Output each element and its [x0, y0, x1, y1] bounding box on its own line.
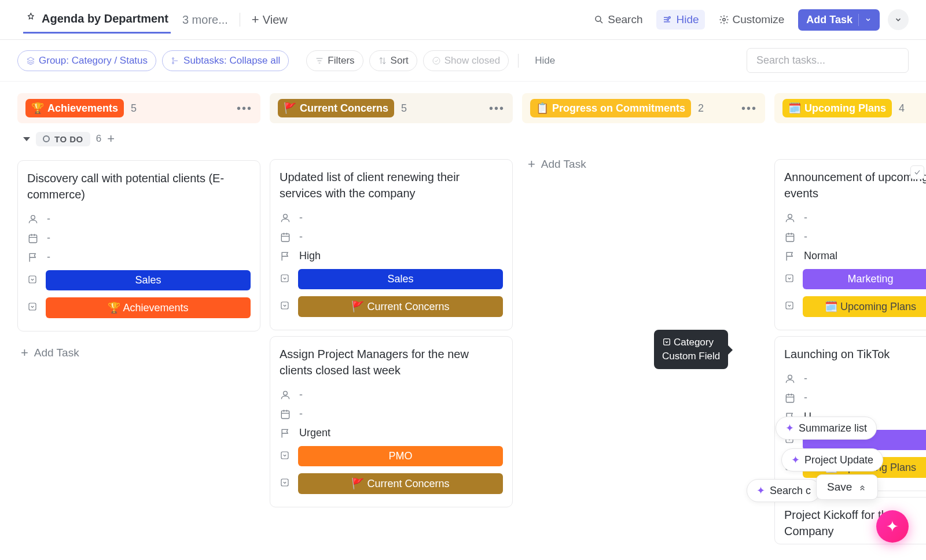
column-header[interactable]: 🚩Current Concerns 5 •••: [270, 93, 513, 123]
column-header[interactable]: 🏆Achievements 5 •••: [17, 93, 260, 123]
card-title[interactable]: Discovery call with potential clients (E…: [27, 170, 251, 202]
assignee-row[interactable]: -: [784, 369, 926, 388]
add-task-column[interactable]: + Add Task: [17, 337, 260, 369]
dept-row[interactable]: Marketing: [784, 266, 926, 293]
calendar-icon: [784, 392, 796, 404]
date-row[interactable]: -: [784, 227, 926, 246]
dept-badge: Sales: [298, 269, 503, 289]
ai-fab[interactable]: ✦: [876, 510, 909, 543]
assignee-row[interactable]: -: [784, 208, 926, 227]
collapse-toggle[interactable]: [23, 137, 30, 141]
dropdown-icon: [280, 477, 290, 490]
svg-rect-9: [29, 276, 36, 283]
svg-point-4: [172, 57, 174, 59]
category-badge: 🚩 Current Concerns: [298, 296, 503, 317]
check-circle-icon: [432, 56, 441, 65]
svg-point-24: [788, 375, 792, 379]
dept-row[interactable]: Sales: [27, 267, 251, 294]
category-row[interactable]: 🏆 Achievements: [27, 294, 251, 322]
date-row[interactable]: -: [280, 227, 503, 246]
search-tasks-input[interactable]: Search tasks...: [747, 48, 909, 73]
date-row[interactable]: -: [784, 388, 926, 407]
status-pill[interactable]: TO DO: [36, 132, 90, 146]
priority-row[interactable]: Normal: [784, 246, 926, 266]
subtasks-pill[interactable]: Subtasks: Collapse all: [162, 50, 289, 71]
add-task-button[interactable]: Add Task: [798, 9, 880, 31]
date-row[interactable]: -: [27, 229, 251, 248]
status-add[interactable]: +: [107, 131, 115, 146]
card-title[interactable]: Updated list of client renewing their se…: [280, 169, 503, 201]
priority-row[interactable]: Urgent: [280, 423, 503, 443]
assignee-row[interactable]: -: [280, 385, 503, 404]
divider: [240, 13, 240, 27]
chevron-down-icon[interactable]: [858, 14, 872, 26]
priority-row[interactable]: -: [27, 248, 251, 267]
sort-pill[interactable]: Sort: [369, 50, 417, 71]
dropdown-icon: [280, 273, 290, 286]
category-row[interactable]: 🚩 Current Concerns: [280, 293, 503, 320]
card-title[interactable]: Assign Project Managers for the new clie…: [280, 346, 503, 378]
dropdown-icon: [280, 450, 290, 463]
toolbar-hide[interactable]: Hide: [535, 55, 555, 67]
add-task-label: Add Task: [541, 158, 586, 171]
show-closed-pill[interactable]: Show closed: [423, 50, 509, 71]
sparkle-icon: ✦: [791, 454, 800, 466]
card-title[interactable]: Announcement of upcoming events: [784, 169, 926, 201]
show-closed-label: Show closed: [444, 55, 500, 67]
column-menu[interactable]: •••: [237, 102, 252, 115]
card-check-button[interactable]: [910, 165, 924, 179]
plus-icon: +: [528, 157, 535, 172]
customize-button[interactable]: Customize: [713, 10, 791, 30]
assignee-row[interactable]: -: [280, 208, 503, 227]
column-menu[interactable]: •••: [741, 102, 757, 115]
add-task-column[interactable]: + Add Task: [522, 153, 765, 175]
assignee-row[interactable]: -: [27, 209, 251, 229]
flag-icon: [280, 428, 291, 439]
task-card[interactable]: Discovery call with potential clients (E…: [17, 160, 260, 331]
calendar-icon: [784, 231, 796, 243]
task-card[interactable]: Announcement of upcoming events - - Norm…: [774, 159, 926, 330]
column-header[interactable]: 🗓️Upcoming Plans 4: [774, 93, 926, 123]
hide-button[interactable]: Hide: [656, 10, 704, 30]
svg-rect-21: [786, 234, 793, 241]
ai-summarize-chip[interactable]: ✦Summarize list: [776, 417, 877, 440]
ai-search-chip[interactable]: ✦Search c: [747, 479, 821, 502]
group-pill[interactable]: Group: Category / Status: [17, 50, 156, 71]
dept-row[interactable]: PMO: [280, 443, 503, 470]
pin-icon: [25, 12, 37, 26]
priority-row[interactable]: High: [280, 246, 503, 266]
card-actions: [910, 165, 926, 179]
card-title[interactable]: Launching on TikTok: [784, 346, 926, 362]
save-popup[interactable]: Save: [816, 474, 878, 500]
more-tabs[interactable]: 3 more...: [182, 13, 228, 27]
header-bar: Agenda by Department 3 more... + View Se…: [0, 0, 926, 40]
add-view-button[interactable]: + View: [252, 12, 288, 27]
dept-row[interactable]: Sales: [280, 266, 503, 293]
ai-project-update-chip[interactable]: ✦Project Update: [781, 448, 883, 471]
sparkle-icon: ✦: [886, 518, 899, 536]
svg-point-2: [667, 19, 669, 21]
dropdown-icon: [662, 337, 671, 347]
column-count: 2: [698, 102, 704, 115]
category-row[interactable]: 🚩 Current Concerns: [280, 470, 503, 498]
person-icon: [280, 212, 291, 224]
task-card[interactable]: Assign Project Managers for the new clie…: [270, 336, 513, 507]
column-tag: 📋Progress on Commitments: [530, 99, 691, 117]
search-button[interactable]: Search: [588, 10, 648, 30]
svg-rect-22: [786, 275, 793, 282]
task-card[interactable]: Updated list of client renewing their se…: [270, 159, 513, 330]
person-icon: [27, 213, 39, 225]
column-tag: 🏆Achievements: [25, 99, 124, 117]
column-header[interactable]: 📋Progress on Commitments 2 •••: [522, 93, 765, 123]
category-row[interactable]: 🗓️ Upcoming Plans: [784, 293, 926, 320]
filters-label: Filters: [328, 55, 354, 67]
flag-icon: [280, 250, 291, 262]
dept-badge: Marketing: [803, 269, 926, 289]
date-row[interactable]: -: [280, 404, 503, 423]
column-menu[interactable]: •••: [489, 102, 505, 115]
filters-pill[interactable]: Filters: [306, 50, 363, 71]
calendar-icon: [280, 231, 291, 243]
more-menu-button[interactable]: [888, 9, 909, 30]
calendar-icon: [280, 408, 291, 420]
view-tab-agenda[interactable]: Agenda by Department: [23, 6, 171, 34]
